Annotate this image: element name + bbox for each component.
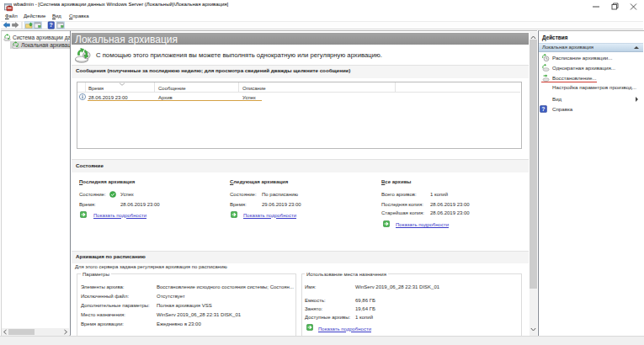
svg-text:?: ?: [541, 106, 545, 112]
svg-text:?: ?: [50, 22, 53, 28]
